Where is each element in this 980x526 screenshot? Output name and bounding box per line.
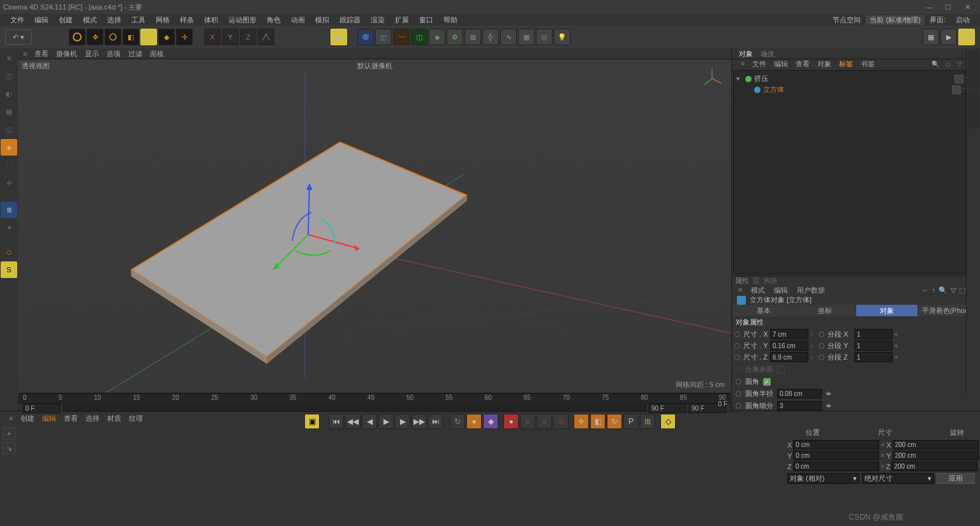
attr-menu-mode[interactable]: 模式 <box>751 286 765 295</box>
light-icon[interactable]: 💡 <box>554 29 570 45</box>
sphere-icon[interactable]: ◐ <box>1 85 17 102</box>
menu-tracker[interactable]: 跟踪器 <box>334 15 366 25</box>
cross-tool-icon[interactable]: ✢ <box>176 29 193 45</box>
menu-volume[interactable]: 体积 <box>199 15 223 25</box>
texture-icon[interactable]: ▦ <box>1 103 17 120</box>
move-tool-icon[interactable]: ✥ <box>87 29 103 45</box>
obj-menu-objects[interactable]: 对象 <box>815 59 834 69</box>
cube-add-icon[interactable]: ◫ <box>375 29 392 45</box>
workplane-icon[interactable]: ◇ <box>1 244 17 260</box>
obj-menu-view[interactable]: 查看 <box>793 59 812 69</box>
close-button[interactable]: ✕ <box>958 1 977 13</box>
mat-tab-edit[interactable]: 编辑 <box>42 414 56 423</box>
render-view-icon[interactable]: ▣ <box>330 29 347 45</box>
material-area[interactable] <box>19 424 782 481</box>
camera-icon[interactable]: ◎ <box>536 29 553 45</box>
maximize-button[interactable]: ☐ <box>939 1 958 13</box>
size-y-input[interactable] <box>770 340 808 351</box>
menu-spline[interactable]: 样条 <box>175 15 199 25</box>
menu-icon[interactable]: ≡ <box>23 50 27 57</box>
fwd-icon[interactable]: ↑ <box>932 286 936 295</box>
end-frame[interactable]: 90 F <box>648 404 687 413</box>
attr-menu-userdata[interactable]: 用户数据 <box>797 286 825 295</box>
cube-object-icon[interactable]: ◫ <box>1 68 17 84</box>
seg-z-input[interactable] <box>854 352 893 362</box>
asset-browser-collapsed[interactable] <box>966 50 980 394</box>
pos-z-input[interactable] <box>793 462 879 471</box>
mat-tab-create[interactable]: 创建 <box>20 414 34 423</box>
frame-slider[interactable] <box>63 404 646 412</box>
obj-menu-file[interactable]: 文件 <box>750 59 769 69</box>
menu-create[interactable]: 创建 <box>54 15 78 25</box>
mat-tab-material[interactable]: 材质 <box>107 414 121 423</box>
view-tab-view[interactable]: 查看 <box>34 49 48 59</box>
deformer-icon[interactable]: ⚙ <box>447 29 463 45</box>
menu-help[interactable]: 帮助 <box>438 15 463 25</box>
tree-row-cube[interactable]: 立方体 : ▫ ◈ <box>736 84 976 95</box>
menu-mograph[interactable]: 运动图形 <box>223 15 262 25</box>
layout-value[interactable]: 启动 <box>951 15 975 25</box>
apply-button[interactable]: 应用 <box>937 473 975 484</box>
menu-tools[interactable]: 工具 <box>126 15 151 25</box>
size-y-input[interactable] <box>893 451 979 460</box>
back-icon[interactable]: ← <box>922 286 929 295</box>
object-manager[interactable]: ▾ 挤压 : ▫ ▫ 立方体 : ▫ ◈ <box>733 70 979 274</box>
timeline-ruler[interactable]: 0 510 1520 2530 3540 4550 5560 6570 7580… <box>19 393 730 404</box>
search-icon[interactable]: 🔍 <box>939 286 947 295</box>
seg-y-input[interactable] <box>854 340 893 351</box>
obj-menu-bookmarks[interactable]: 书签 <box>858 59 877 69</box>
menu-icon[interactable]: ≡ <box>1 50 17 66</box>
attr-tab-object[interactable]: 对象 <box>856 305 917 316</box>
menu-mesh[interactable]: 网格 <box>151 15 175 25</box>
preset-icon[interactable]: ↘ <box>2 442 16 455</box>
tab-objects[interactable]: 对象 <box>735 49 757 59</box>
floor-icon[interactable]: ▦ <box>518 29 535 45</box>
coord-mode-select[interactable]: 对象 (相对)▾ <box>787 473 859 484</box>
view-tab-panel[interactable]: 面板 <box>150 49 164 59</box>
menu-sim[interactable]: 模拟 <box>310 15 334 25</box>
menu-file[interactable]: 文件 <box>5 15 29 25</box>
preset-icon[interactable]: ◇ <box>943 61 953 68</box>
size-z-input[interactable] <box>770 352 808 362</box>
vis-editor-icon[interactable] <box>952 85 961 94</box>
lock-y-button[interactable]: Y <box>222 29 239 45</box>
render-active-icon[interactable]: ▶ <box>940 29 957 45</box>
new-window-icon[interactable]: ⬚ <box>959 286 965 295</box>
lock-x-button[interactable]: X <box>204 29 221 45</box>
edge-icon[interactable]: ◫ <box>1 121 17 138</box>
filter-icon[interactable]: ▽ <box>954 61 965 68</box>
pos-x-input[interactable] <box>793 440 879 449</box>
timeline[interactable]: 0 510 1520 2530 3540 4550 5560 6570 7580… <box>19 393 730 411</box>
uv-icon[interactable]: ⬚ <box>1 157 17 173</box>
undo-button[interactable]: ↶ ▾ <box>5 29 32 45</box>
attr-tab-attributes[interactable]: 属性 <box>735 276 749 286</box>
field-icon[interactable]: ╬ <box>482 29 499 45</box>
spline-icon[interactable]: 〰 <box>393 29 410 45</box>
solid-icon[interactable] <box>357 29 374 45</box>
fillet-radius-input[interactable] <box>777 389 822 398</box>
menu-select[interactable]: 选择 <box>102 15 126 25</box>
render-settings-icon[interactable]: ⚙ <box>958 29 975 45</box>
quantize-icon[interactable]: S <box>1 261 17 278</box>
view-tab-camera[interactable]: 摄像机 <box>56 49 77 59</box>
mat-tab-texture[interactable]: 纹理 <box>129 414 143 423</box>
mat-tab-select[interactable]: 选择 <box>85 414 100 423</box>
axis-icon[interactable]: ✢ <box>1 175 17 191</box>
attr-tab-structure[interactable]: 构造 <box>764 276 778 286</box>
filter-icon[interactable]: ▽ <box>951 286 956 295</box>
node-space-value[interactable]: 当前 (标准/物理) <box>866 15 924 25</box>
view-tab-options[interactable]: 选项 <box>107 49 121 59</box>
size-x-input[interactable] <box>893 440 979 449</box>
start-frame[interactable]: 0 F <box>22 404 61 413</box>
vis-editor-icon[interactable] <box>954 75 963 84</box>
menu-character[interactable]: 角色 <box>262 15 286 25</box>
sim-icon[interactable]: ∿ <box>500 29 517 45</box>
fillet-checkbox[interactable]: ✓ <box>763 378 771 386</box>
picture-viewer-icon[interactable]: ▦ <box>923 29 939 45</box>
mat-tab-view[interactable]: 查看 <box>64 414 78 423</box>
live-select-icon[interactable] <box>69 29 85 45</box>
menu-render[interactable]: 渲染 <box>366 15 390 25</box>
search-icon[interactable]: 🔍 <box>929 61 942 68</box>
attr-tab-coord[interactable]: 坐标 <box>795 305 856 316</box>
menu-edit[interactable]: 编辑 <box>29 15 54 25</box>
